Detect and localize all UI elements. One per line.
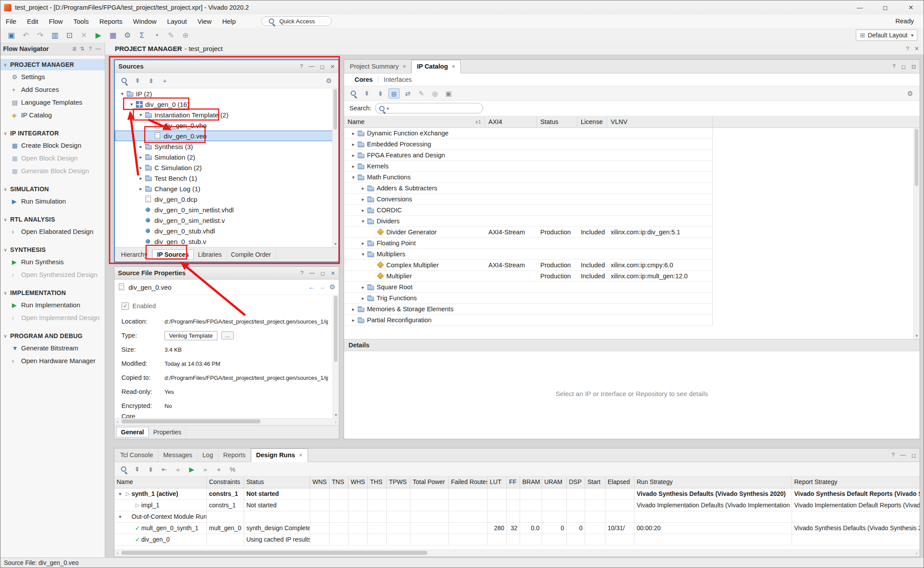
scroll-down-icon[interactable]: ▾ (333, 241, 338, 247)
help-icon[interactable]: ? (300, 63, 303, 70)
sfp-horizontal-scrollbar[interactable]: ‹ › (114, 418, 339, 425)
tree-expander-icon[interactable] (118, 91, 126, 97)
ip-catalog-row[interactable]: Floating Point (344, 238, 713, 249)
float-icon[interactable]: ◻ (320, 270, 325, 277)
design-run-row[interactable]: synth_1 (active) constrs_1Not startedViv… (114, 488, 920, 500)
tree-item[interactable]: Instantiation Template (2) (115, 109, 338, 120)
column-header[interactable]: URAM (542, 477, 567, 488)
scrollbar-thumb[interactable] (121, 551, 427, 555)
ellipsis-button[interactable]: … (221, 331, 234, 339)
search-icon[interactable] (348, 88, 359, 98)
column-header[interactable]: Status (244, 477, 310, 488)
tab-project-summary[interactable]: Project Summary ✕ (345, 60, 411, 73)
ip-catalog-row[interactable]: Kernels (344, 161, 713, 172)
column-header[interactable]: TNS (330, 477, 348, 488)
column-header[interactable]: WHS (348, 477, 368, 488)
quick-access-search[interactable]: Quick Access (261, 16, 332, 26)
tree-expander-icon[interactable] (137, 175, 145, 181)
design-run-row[interactable]: impl_1 constrs_1Not startedVivado Implem… (114, 500, 920, 511)
close-icon[interactable]: ✕ (451, 60, 455, 73)
ip-catalog-row[interactable]: Conversions (344, 194, 713, 205)
help-icon[interactable]: ? (86, 46, 94, 52)
minimize-icon[interactable]: — (309, 270, 315, 277)
tree-expander-icon[interactable] (359, 186, 367, 191)
back-icon[interactable]: ← (308, 283, 315, 291)
sum-icon[interactable]: Σ (136, 30, 148, 41)
settings-gear-icon[interactable]: ⚙ (905, 88, 916, 98)
flow-item-run-synthesis[interactable]: ▶ Run Synthesis (0, 255, 105, 268)
minimize-icon[interactable]: — (94, 46, 102, 52)
run-button-icon[interactable]: ▶ (186, 464, 197, 474)
collapse-all-icon[interactable]: ⇞ (132, 464, 143, 474)
minimize-icon[interactable]: — (900, 452, 906, 459)
help-icon[interactable]: ? (891, 452, 895, 459)
tab-compile-order[interactable]: Compile Order (227, 250, 276, 259)
flow-section-header[interactable]: ∨ PROJECT MANAGER (0, 59, 105, 70)
column-header[interactable]: DSP (567, 477, 585, 488)
tree-item[interactable]: C Simulation (2) (115, 162, 338, 173)
compatibility-icon[interactable]: ⇄ (402, 88, 413, 98)
view-cores[interactable]: Cores (349, 76, 378, 83)
details-view-icon[interactable]: ▣ (443, 88, 454, 98)
tree-expander-icon[interactable] (137, 186, 145, 192)
minimize-icon[interactable]: — (309, 63, 315, 70)
design-run-row[interactable]: Out-of-Context Module Runs (114, 511, 920, 523)
tree-item[interactable]: div_gen_0.veo (115, 131, 338, 141)
ip-catalog-row[interactable]: Multiplier Production Included xilinx.co… (344, 271, 713, 282)
expand-all-icon[interactable]: ⇟ (375, 88, 386, 98)
column-header[interactable]: TPWS (387, 477, 411, 488)
column-header[interactable]: LUT (488, 477, 507, 488)
debug-icon[interactable]: ⊕ (180, 30, 191, 41)
flow-item-run-implementation[interactable]: ▶ Run Implementation (0, 299, 105, 311)
tree-item[interactable]: Synthesis (3) (115, 141, 338, 152)
enabled-checkbox[interactable]: ✓ (121, 302, 129, 310)
flow-item-ip-catalog[interactable]: ◈ IP Catalog (0, 109, 105, 121)
tree-item[interactable]: IP (2) (115, 88, 338, 99)
scroll-down-icon[interactable]: ▾ (914, 333, 920, 339)
tab-properties[interactable]: Properties (149, 427, 186, 437)
tree-expander-icon[interactable] (349, 142, 357, 147)
add-sources-icon[interactable]: + (159, 76, 170, 86)
column-header[interactable]: Report Strategy (792, 477, 920, 488)
sources-panel-header[interactable]: Sources ?—◻✕ (115, 60, 338, 73)
search-icon[interactable] (118, 464, 129, 474)
column-header[interactable]: WNS (310, 477, 330, 488)
tree-expander-icon[interactable] (137, 154, 145, 160)
help-icon[interactable]: ? (301, 270, 304, 277)
tree-item[interactable]: div_gen_0_stub.vhdl (115, 226, 338, 236)
help-icon[interactable]: ? (906, 45, 909, 52)
ip-catalog-row[interactable]: Partial Reconfiguration (344, 315, 713, 326)
maximize-icon[interactable]: ⊡ (912, 63, 916, 70)
flow-section-header[interactable]: ∨ SIMULATION (0, 183, 105, 195)
ip-catalog-row[interactable]: Math Functions (344, 172, 713, 183)
save-icon[interactable]: ▣ (5, 30, 17, 41)
tree-expander-icon[interactable] (116, 511, 124, 522)
target-icon[interactable]: ◎ (429, 88, 440, 98)
flow-item-open-hardware-manager[interactable]: › Open Hardware Manager (0, 354, 105, 367)
edit-icon[interactable]: ✎ (165, 30, 177, 41)
tree-expander-icon[interactable] (349, 317, 357, 323)
flow-section-header[interactable]: ∨ IMPLEMENTATION (0, 287, 105, 299)
flow-item-generate-block-design[interactable]: ▦ Generate Block Design (0, 164, 105, 177)
forward-icon[interactable]: → (319, 283, 326, 291)
scroll-left-icon[interactable]: ‹ (114, 419, 121, 425)
flow-item-add-sources[interactable]: + Add Sources (0, 83, 105, 96)
close-icon[interactable]: ✕ (914, 45, 919, 52)
column-header[interactable]: AXI4 (485, 116, 537, 127)
menu-item[interactable]: Flow (44, 18, 68, 25)
column-header[interactable]: Elapsed (605, 477, 634, 488)
close-icon[interactable]: ✕ (898, 0, 924, 15)
flow-item-open-block-design[interactable]: ▦ Open Block Design (0, 152, 105, 164)
tree-expander-icon[interactable] (359, 218, 367, 224)
flow-item-create-block-design[interactable]: ▦ Create Block Design (0, 139, 105, 152)
tab-general[interactable]: General (116, 427, 149, 437)
menu-item[interactable]: Help (217, 18, 241, 25)
edit-properties-icon[interactable]: ✎ (416, 88, 427, 98)
tree-expander-icon[interactable] (359, 197, 367, 202)
column-header[interactable]: FF (507, 477, 520, 488)
ip-catalog-row[interactable]: Square Root (344, 282, 713, 293)
flow-item-open-synthesized-design[interactable]: › Open Synthesized Design (0, 268, 105, 281)
flow-section-header[interactable]: ∨ PROGRAM AND DEBUG (0, 330, 105, 342)
float-icon[interactable]: ◻ (912, 452, 916, 459)
tree-expander-icon[interactable] (349, 153, 357, 158)
